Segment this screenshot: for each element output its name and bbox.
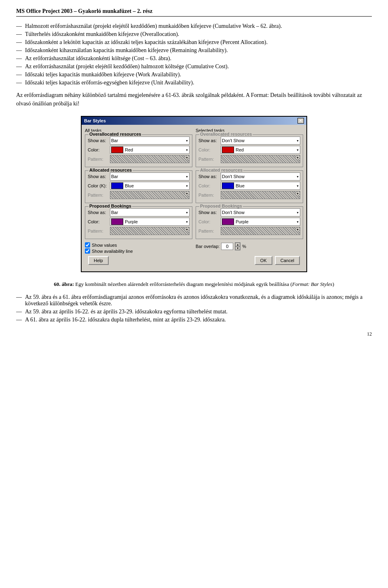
left-proposed-label: Proposed Bookings xyxy=(89,204,132,208)
left-pattern-box-2[interactable] xyxy=(110,227,190,235)
right-show-select-1[interactable]: Don't Show xyxy=(221,172,300,181)
left-overallocated-show-row: Show as: Bar xyxy=(88,136,190,145)
all-tasks-column: All tasks Overallocated resources Show a… xyxy=(85,128,192,254)
right-pattern-box-1[interactable] xyxy=(221,191,300,199)
left-pattern-row-1: Pattern: xyxy=(88,191,190,199)
bullet-2: — Túlterhelés időszakonként munkaidőben … xyxy=(16,31,372,38)
titlebar-buttons: ✕ xyxy=(297,118,304,124)
left-overallocated-section: Overallocated resources Show as: Bar Col… xyxy=(85,134,192,167)
ok-button[interactable]: OK xyxy=(255,256,272,265)
spinner-up[interactable]: ▲ xyxy=(235,243,240,246)
top-bullet-list: — Halmozott erőforráshasználat (projekt … xyxy=(16,23,372,86)
right-allocated-section: Allocated resources Show as: Don't Show … xyxy=(196,170,303,203)
right-pattern-control-0 xyxy=(221,155,300,163)
selected-tasks-column: Selected tasks Overallocated resources S… xyxy=(196,128,303,254)
bottom-bullet-2: — Az 59. ábra az április 16-22. és az áp… xyxy=(16,309,372,315)
left-color-row-2: Color: Purple xyxy=(88,218,190,226)
figure-caption: 60. ábra: Egy kombinált nézetben alárend… xyxy=(16,280,372,288)
cancel-button[interactable]: Cancel xyxy=(275,256,300,265)
left-pattern-control-2 xyxy=(110,227,190,235)
right-show-select-2[interactable]: Don't Show xyxy=(221,208,300,216)
right-pattern-label-1: Pattern: xyxy=(198,193,221,197)
right-pattern-label-0: Pattern: xyxy=(198,157,221,162)
right-color-row-2: Color: Purple xyxy=(198,218,300,226)
left-overallocated-label: Overallocated resources xyxy=(89,132,142,136)
right-color-select-1[interactable]: Blue xyxy=(221,182,300,190)
right-pattern-control-1 xyxy=(221,191,300,199)
right-color-label-0: Color: xyxy=(198,147,221,152)
left-color-select-2[interactable]: Purple xyxy=(110,218,190,226)
help-button[interactable]: Help xyxy=(88,256,109,265)
left-proposed-section: Proposed Bookings Show as: Bar Color: P xyxy=(85,206,192,239)
right-pattern-row-0: Pattern: xyxy=(198,155,300,163)
bullet-3: — Időszakonként a lekötött kapacitás az … xyxy=(16,39,372,46)
left-pattern-row-2: Pattern: xyxy=(88,227,190,235)
show-values-checkbox[interactable] xyxy=(85,242,90,248)
left-pattern-box-1[interactable] xyxy=(110,191,190,199)
right-show-select-0[interactable]: Don't Show xyxy=(221,136,300,145)
bullet-4: — Időszakonként kihasználatlan kapacitás… xyxy=(16,47,372,54)
right-color-row-0: Color: Red xyxy=(198,146,300,154)
right-color-label-2: Color: xyxy=(198,219,221,224)
right-show-label-0: Show as: xyxy=(198,138,221,143)
right-pattern-control-2 xyxy=(221,227,300,235)
bullet-1: — Halmozott erőforráshasználat (projekt … xyxy=(16,23,372,29)
left-show-label-0: Show as: xyxy=(88,138,110,143)
show-availability-label: Show availability line xyxy=(92,249,133,254)
left-show-row-2: Show as: Bar xyxy=(88,208,190,216)
bottom-bullet-3: — A 61. ábra az április 16-22. időszakra… xyxy=(16,317,372,323)
left-color-row-0: Color: Red xyxy=(88,146,190,154)
show-values-label: Show values xyxy=(92,243,117,248)
left-pattern-label-1: Pattern: xyxy=(88,193,110,197)
left-pattern-control-0 xyxy=(110,155,190,163)
right-show-label-1: Show as: xyxy=(198,174,221,179)
right-allocated-label: Allocated resources xyxy=(199,168,243,172)
left-color-label-0: Color: xyxy=(88,147,110,152)
left-allocated-section: Allocated resources Show as: Bar Color (… xyxy=(85,170,192,203)
bullet-8: — Időszaki teljes kapacitás erőforrás-eg… xyxy=(16,80,372,86)
bar-overlap-input[interactable] xyxy=(221,243,233,250)
show-availability-row: Show availability line xyxy=(85,248,192,254)
left-color-select-0[interactable]: Red xyxy=(110,146,190,154)
spinner-down[interactable]: ▼ xyxy=(235,246,240,250)
left-show-select-0[interactable]: Bar xyxy=(110,136,190,145)
right-pattern-label-2: Pattern: xyxy=(198,229,221,233)
left-allocated-label: Allocated resources xyxy=(89,168,133,172)
left-pattern-row-0: Pattern: xyxy=(88,155,190,163)
page-title: MS Office Project 2003 – Gyakorló munkaf… xyxy=(16,8,372,17)
purple-swatch-left-2 xyxy=(111,218,123,225)
page-number: 12 xyxy=(16,331,372,337)
bar-overlap-spinner[interactable]: ▲ ▼ xyxy=(235,242,240,250)
left-pattern-box-0[interactable] xyxy=(110,155,190,163)
right-color-select-2[interactable]: Purple xyxy=(221,218,300,226)
show-availability-checkbox[interactable] xyxy=(85,248,90,254)
right-color-select-0[interactable]: Red xyxy=(221,146,300,154)
left-color-row-1: Color (K): Blue xyxy=(88,182,190,190)
right-color-label-1: Color: xyxy=(198,183,221,188)
left-show-label-2: Show as: xyxy=(88,210,110,215)
left-show-row-1: Show as: Bar xyxy=(88,172,190,181)
left-pattern-label-2: Pattern: xyxy=(88,229,110,233)
blue-swatch-right-1 xyxy=(222,183,234,189)
right-pattern-box-2[interactable] xyxy=(221,227,300,235)
close-button[interactable]: ✕ xyxy=(297,118,304,124)
left-show-select-2[interactable]: Bar xyxy=(110,208,190,216)
bullet-5: — Az erőforráshasználat időszakonkénti k… xyxy=(16,55,372,62)
right-show-row-2: Show as: Don't Show xyxy=(198,208,300,216)
bar-overlap-row: Bar overlap: ▲ ▼ % xyxy=(196,242,303,250)
caption-text2: ) xyxy=(332,281,334,287)
left-show-label-1: Show as: xyxy=(88,174,110,179)
left-color-select-1[interactable]: Blue xyxy=(110,182,190,190)
bottom-bullet-list: — Az 59. ábra és a 61. ábra erőforrásdia… xyxy=(16,294,372,323)
right-show-row-0: Show as: Don't Show xyxy=(198,136,300,145)
left-show-select-1[interactable]: Bar xyxy=(110,172,190,181)
dialog-footer: Help OK Cancel xyxy=(85,254,303,268)
bar-styles-dialog: Bar Styles ✕ All tasks Overallocated res… xyxy=(81,116,307,272)
bullet-7: — Időszaki teljes kapacitás munkaidőben … xyxy=(16,71,372,78)
right-overallocated-label: Overallocated resources xyxy=(199,132,253,136)
left-pattern-label-0: Pattern: xyxy=(88,157,110,162)
right-color-row-1: Color: Blue xyxy=(198,182,300,190)
right-overallocated-section: Overallocated resources Show as: Don't S… xyxy=(196,134,303,167)
red-swatch-left-0 xyxy=(111,147,123,153)
right-pattern-box-0[interactable] xyxy=(221,155,300,163)
